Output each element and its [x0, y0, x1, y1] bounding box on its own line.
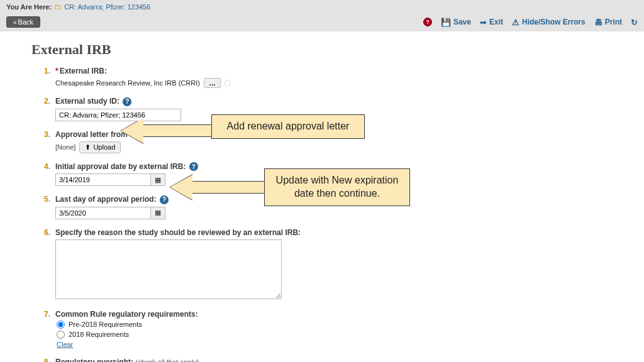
toolbar: « Back ? 💾 Save ➟ Exit ⚠ Hide/Show Error…: [0, 14, 644, 31]
exit-button[interactable]: ➟ Exit: [480, 18, 503, 27]
q1-value: Chesapeake Research Review, Inc IRB (CRR…: [55, 79, 200, 87]
q6-label: Specify the reason the study should be r…: [55, 228, 301, 237]
back-button-label: Back: [18, 18, 33, 26]
q4-label: Initial approval date by external IRB:: [55, 162, 186, 171]
callout2-line2: date then continue.: [294, 188, 380, 199]
spinner-icon: [225, 80, 231, 86]
calendar-icon: ▦: [155, 209, 161, 217]
field-regulatory-oversight: Regulatory oversight: (check all that ap…: [44, 358, 619, 363]
annotation-callout-1: Add renewal approval letter: [211, 114, 365, 139]
hide-show-errors-button[interactable]: ⚠ Hide/Show Errors: [512, 18, 586, 27]
folder-icon: 🗀: [54, 3, 62, 11]
save-icon: 💾: [441, 18, 451, 27]
back-button[interactable]: « Back: [6, 16, 40, 28]
page-title: External IRB: [31, 41, 619, 58]
2018-label: 2018 Requirements: [69, 331, 129, 338]
select-irb-button[interactable]: …: [204, 78, 221, 88]
q8-label: Regulatory oversight:: [55, 358, 133, 363]
q2-label: External study ID:: [55, 97, 119, 106]
chevron-left-icon: «: [13, 19, 17, 26]
annotation-arrow: [170, 175, 265, 200]
exit-icon: ➟: [480, 18, 487, 27]
pre-2018-label: Pre-2018 Requirements: [69, 321, 142, 328]
q5-label: Last day of approval period:: [55, 195, 157, 204]
calendar-button[interactable]: ▦: [150, 207, 165, 219]
2018-radio[interactable]: [57, 331, 65, 339]
breadcrumb-label: You Are Here:: [6, 3, 52, 11]
print-button[interactable]: 🖶 Print: [594, 18, 622, 27]
print-label: Print: [605, 18, 622, 26]
warning-icon: ⚠: [512, 18, 519, 27]
exit-label: Exit: [489, 18, 503, 26]
print-icon: 🖶: [594, 18, 602, 27]
calendar-button[interactable]: ▦: [150, 174, 165, 185]
calendar-icon: ▦: [155, 176, 161, 184]
callout1-text: Add renewal approval letter: [227, 121, 350, 131]
breadcrumb: You Are Here: 🗀 CR: Advarra; Pfizer; 123…: [0, 0, 644, 14]
clear-link[interactable]: Clear: [57, 341, 73, 348]
refresh-button[interactable]: ↻: [631, 18, 638, 27]
reason-textarea[interactable]: [55, 239, 282, 299]
annotation-arrow: [121, 118, 213, 143]
initial-approval-date-input[interactable]: [56, 174, 150, 185]
breadcrumb-path[interactable]: CR: Advarra; Pfizer; 123456: [64, 3, 150, 11]
required-icon: *: [55, 67, 58, 75]
upload-icon: ⬆: [85, 143, 91, 151]
errors-label: Hide/Show Errors: [522, 18, 586, 26]
record-indicator-icon: ?: [423, 18, 432, 26]
help-icon[interactable]: ?: [123, 97, 131, 106]
save-button[interactable]: 💾 Save: [441, 18, 471, 27]
help-icon[interactable]: ?: [189, 162, 198, 171]
pre-2018-radio[interactable]: [57, 321, 65, 329]
help-icon[interactable]: ?: [160, 195, 169, 204]
q8-hint: (check all that apply): [135, 358, 199, 363]
last-day-approval-input[interactable]: [56, 207, 150, 219]
q7-label: Common Rule regulatory requirements:: [55, 310, 198, 319]
upload-label: Upload: [93, 143, 115, 151]
upload-button[interactable]: ⬆ Upload: [79, 141, 121, 153]
save-label: Save: [453, 18, 471, 26]
field-reason: Specify the reason the study should be r…: [44, 228, 619, 301]
field-common-rule: Common Rule regulatory requirements: Pre…: [44, 310, 619, 349]
approval-letter-none: [None]: [55, 143, 75, 151]
callout2-line1: Update with New expiration: [276, 175, 399, 185]
annotation-callout-2: Update with New expiration date then con…: [264, 168, 410, 206]
field-external-irb: *External IRB: Chesapeake Research Revie…: [44, 67, 619, 88]
refresh-icon: ↻: [631, 18, 638, 27]
q1-label: External IRB:: [60, 67, 107, 75]
